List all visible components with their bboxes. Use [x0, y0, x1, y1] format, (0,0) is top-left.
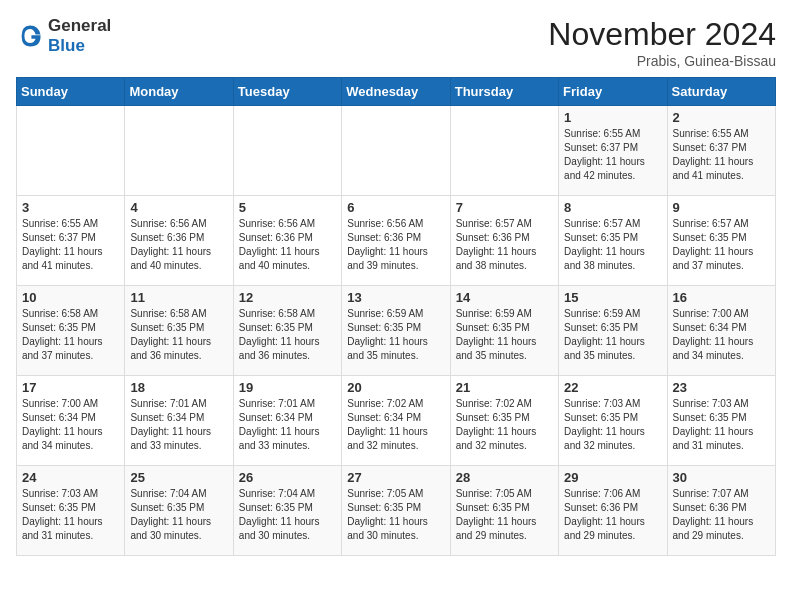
table-cell: 16Sunrise: 7:00 AM Sunset: 6:34 PM Dayli… [667, 286, 775, 376]
day-info: Sunrise: 6:58 AM Sunset: 6:35 PM Dayligh… [130, 307, 227, 363]
day-number: 29 [564, 470, 661, 485]
day-info: Sunrise: 7:03 AM Sunset: 6:35 PM Dayligh… [22, 487, 119, 543]
day-info: Sunrise: 7:03 AM Sunset: 6:35 PM Dayligh… [673, 397, 770, 453]
table-cell: 20Sunrise: 7:02 AM Sunset: 6:34 PM Dayli… [342, 376, 450, 466]
day-info: Sunrise: 6:59 AM Sunset: 6:35 PM Dayligh… [347, 307, 444, 363]
week-row-3: 10Sunrise: 6:58 AM Sunset: 6:35 PM Dayli… [17, 286, 776, 376]
day-number: 19 [239, 380, 336, 395]
day-info: Sunrise: 6:57 AM Sunset: 6:35 PM Dayligh… [564, 217, 661, 273]
day-number: 28 [456, 470, 553, 485]
week-row-5: 24Sunrise: 7:03 AM Sunset: 6:35 PM Dayli… [17, 466, 776, 556]
logo-blue: Blue [48, 36, 85, 55]
day-info: Sunrise: 7:06 AM Sunset: 6:36 PM Dayligh… [564, 487, 661, 543]
logo: General Blue [16, 16, 111, 56]
location: Prabis, Guinea-Bissau [548, 53, 776, 69]
day-number: 11 [130, 290, 227, 305]
logo-general: General [48, 16, 111, 35]
day-number: 4 [130, 200, 227, 215]
table-cell: 27Sunrise: 7:05 AM Sunset: 6:35 PM Dayli… [342, 466, 450, 556]
day-info: Sunrise: 7:00 AM Sunset: 6:34 PM Dayligh… [22, 397, 119, 453]
weekday-header-wednesday: Wednesday [342, 78, 450, 106]
day-number: 20 [347, 380, 444, 395]
weekday-header-thursday: Thursday [450, 78, 558, 106]
day-number: 23 [673, 380, 770, 395]
day-number: 18 [130, 380, 227, 395]
day-info: Sunrise: 6:59 AM Sunset: 6:35 PM Dayligh… [456, 307, 553, 363]
table-cell: 11Sunrise: 6:58 AM Sunset: 6:35 PM Dayli… [125, 286, 233, 376]
day-info: Sunrise: 7:00 AM Sunset: 6:34 PM Dayligh… [673, 307, 770, 363]
day-number: 12 [239, 290, 336, 305]
table-cell [233, 106, 341, 196]
day-info: Sunrise: 7:02 AM Sunset: 6:34 PM Dayligh… [347, 397, 444, 453]
day-number: 9 [673, 200, 770, 215]
day-info: Sunrise: 6:57 AM Sunset: 6:36 PM Dayligh… [456, 217, 553, 273]
logo-icon [16, 22, 44, 50]
day-number: 8 [564, 200, 661, 215]
week-row-1: 1Sunrise: 6:55 AM Sunset: 6:37 PM Daylig… [17, 106, 776, 196]
day-info: Sunrise: 7:05 AM Sunset: 6:35 PM Dayligh… [347, 487, 444, 543]
table-cell: 1Sunrise: 6:55 AM Sunset: 6:37 PM Daylig… [559, 106, 667, 196]
table-cell: 26Sunrise: 7:04 AM Sunset: 6:35 PM Dayli… [233, 466, 341, 556]
week-row-4: 17Sunrise: 7:00 AM Sunset: 6:34 PM Dayli… [17, 376, 776, 466]
table-cell: 8Sunrise: 6:57 AM Sunset: 6:35 PM Daylig… [559, 196, 667, 286]
day-info: Sunrise: 6:55 AM Sunset: 6:37 PM Dayligh… [564, 127, 661, 183]
table-cell [17, 106, 125, 196]
day-number: 7 [456, 200, 553, 215]
day-number: 17 [22, 380, 119, 395]
table-cell: 6Sunrise: 6:56 AM Sunset: 6:36 PM Daylig… [342, 196, 450, 286]
day-info: Sunrise: 7:07 AM Sunset: 6:36 PM Dayligh… [673, 487, 770, 543]
weekday-header-friday: Friday [559, 78, 667, 106]
day-number: 1 [564, 110, 661, 125]
table-cell: 5Sunrise: 6:56 AM Sunset: 6:36 PM Daylig… [233, 196, 341, 286]
month-title: November 2024 [548, 16, 776, 53]
table-cell: 18Sunrise: 7:01 AM Sunset: 6:34 PM Dayli… [125, 376, 233, 466]
table-cell: 22Sunrise: 7:03 AM Sunset: 6:35 PM Dayli… [559, 376, 667, 466]
day-number: 16 [673, 290, 770, 305]
day-number: 13 [347, 290, 444, 305]
day-info: Sunrise: 6:56 AM Sunset: 6:36 PM Dayligh… [130, 217, 227, 273]
day-info: Sunrise: 6:58 AM Sunset: 6:35 PM Dayligh… [22, 307, 119, 363]
page-header: General Blue November 2024 Prabis, Guine… [16, 16, 776, 69]
day-number: 2 [673, 110, 770, 125]
day-info: Sunrise: 7:02 AM Sunset: 6:35 PM Dayligh… [456, 397, 553, 453]
day-number: 15 [564, 290, 661, 305]
table-cell: 15Sunrise: 6:59 AM Sunset: 6:35 PM Dayli… [559, 286, 667, 376]
table-cell: 4Sunrise: 6:56 AM Sunset: 6:36 PM Daylig… [125, 196, 233, 286]
table-cell: 7Sunrise: 6:57 AM Sunset: 6:36 PM Daylig… [450, 196, 558, 286]
table-cell [342, 106, 450, 196]
table-cell: 19Sunrise: 7:01 AM Sunset: 6:34 PM Dayli… [233, 376, 341, 466]
day-number: 22 [564, 380, 661, 395]
day-info: Sunrise: 7:04 AM Sunset: 6:35 PM Dayligh… [239, 487, 336, 543]
week-row-2: 3Sunrise: 6:55 AM Sunset: 6:37 PM Daylig… [17, 196, 776, 286]
table-cell [125, 106, 233, 196]
table-cell: 21Sunrise: 7:02 AM Sunset: 6:35 PM Dayli… [450, 376, 558, 466]
day-number: 14 [456, 290, 553, 305]
table-cell: 17Sunrise: 7:00 AM Sunset: 6:34 PM Dayli… [17, 376, 125, 466]
day-info: Sunrise: 6:57 AM Sunset: 6:35 PM Dayligh… [673, 217, 770, 273]
logo-text: General Blue [48, 16, 111, 56]
table-cell: 14Sunrise: 6:59 AM Sunset: 6:35 PM Dayli… [450, 286, 558, 376]
day-number: 30 [673, 470, 770, 485]
day-number: 25 [130, 470, 227, 485]
day-number: 27 [347, 470, 444, 485]
table-cell: 2Sunrise: 6:55 AM Sunset: 6:37 PM Daylig… [667, 106, 775, 196]
day-info: Sunrise: 6:55 AM Sunset: 6:37 PM Dayligh… [22, 217, 119, 273]
day-number: 10 [22, 290, 119, 305]
day-info: Sunrise: 7:03 AM Sunset: 6:35 PM Dayligh… [564, 397, 661, 453]
weekday-header-row: SundayMondayTuesdayWednesdayThursdayFrid… [17, 78, 776, 106]
day-number: 21 [456, 380, 553, 395]
day-info: Sunrise: 6:56 AM Sunset: 6:36 PM Dayligh… [239, 217, 336, 273]
table-cell: 28Sunrise: 7:05 AM Sunset: 6:35 PM Dayli… [450, 466, 558, 556]
day-number: 24 [22, 470, 119, 485]
day-info: Sunrise: 6:59 AM Sunset: 6:35 PM Dayligh… [564, 307, 661, 363]
day-info: Sunrise: 6:55 AM Sunset: 6:37 PM Dayligh… [673, 127, 770, 183]
day-number: 5 [239, 200, 336, 215]
weekday-header-monday: Monday [125, 78, 233, 106]
title-area: November 2024 Prabis, Guinea-Bissau [548, 16, 776, 69]
table-cell: 9Sunrise: 6:57 AM Sunset: 6:35 PM Daylig… [667, 196, 775, 286]
day-info: Sunrise: 7:05 AM Sunset: 6:35 PM Dayligh… [456, 487, 553, 543]
table-cell: 3Sunrise: 6:55 AM Sunset: 6:37 PM Daylig… [17, 196, 125, 286]
day-number: 6 [347, 200, 444, 215]
day-info: Sunrise: 7:01 AM Sunset: 6:34 PM Dayligh… [130, 397, 227, 453]
table-cell [450, 106, 558, 196]
